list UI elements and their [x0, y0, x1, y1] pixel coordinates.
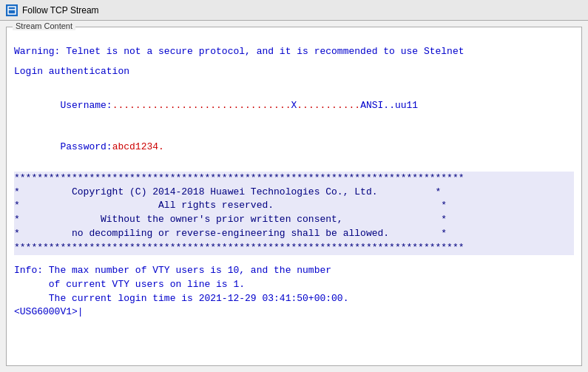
info-line-2: of current VTY users on line is 1.: [14, 278, 574, 292]
copyright-line-2: * All rights reserved. *: [14, 199, 574, 213]
password-line: Password:abcd1234.: [14, 126, 574, 169]
username-label: Username:: [60, 100, 112, 111]
copyright-border-top: ****************************************…: [14, 172, 574, 186]
svg-rect-0: [8, 7, 16, 14]
stream-content-group: Stream Content Warning: Telnet is not a …: [6, 27, 582, 366]
title-bar: Follow TCP Stream: [0, 0, 588, 21]
copyright-border-bottom: ****************************************…: [14, 241, 574, 255]
warning-line: Warning: Telnet is not a secure protocol…: [14, 45, 574, 59]
info-line-3: The current login time is 2021-12-29 03:…: [14, 292, 574, 306]
content-area[interactable]: Warning: Telnet is not a secure protocol…: [7, 27, 581, 365]
prompt-line: <USG6000V1>|: [14, 305, 574, 319]
password-label: Password:: [60, 141, 112, 152]
username-line: Username:...............................…: [14, 85, 574, 127]
copyright-block: ****************************************…: [14, 172, 574, 255]
app-icon: [6, 4, 18, 16]
copyright-line-4: * no decompiling or reverse-engineering …: [14, 227, 574, 241]
window-title: Follow TCP Stream: [22, 5, 99, 16]
password-value: abcd1234.: [112, 141, 164, 152]
group-label: Stream Content: [13, 21, 75, 30]
copyright-line-1: * Copyright (C) 2014-2018 Huawei Technol…: [14, 186, 574, 200]
window-body: Stream Content Warning: Telnet is not a …: [0, 21, 588, 372]
info-line-1: Info: The max number of VTY users is 10,…: [14, 264, 574, 278]
username-dots1: ...............................X........…: [112, 100, 419, 111]
login-auth-line: Login authentication: [14, 65, 574, 79]
copyright-line-3: * Without the owner's prior written cons…: [14, 213, 574, 227]
